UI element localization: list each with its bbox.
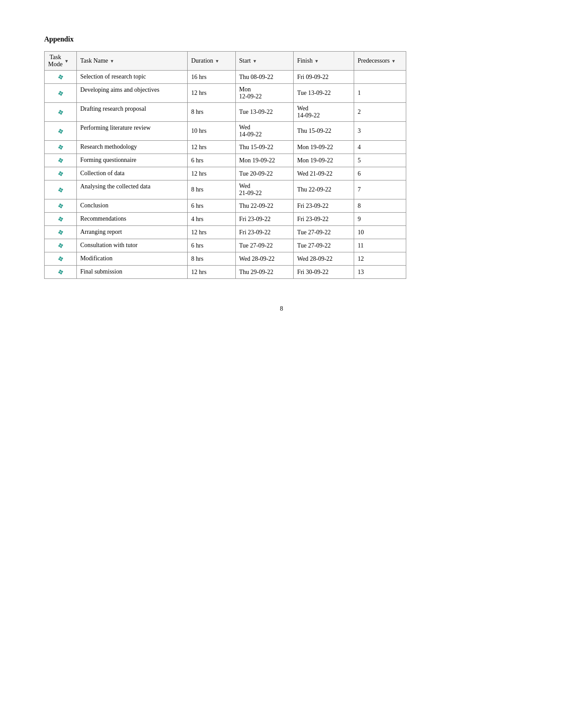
start-cell: Mon 19-09-22 (235, 154, 293, 167)
th-task-name-label: Task Name (80, 57, 108, 64)
sort-arrow-task-mode: ▼ (64, 59, 69, 64)
task-mode-icon-cell: ❖ (45, 213, 77, 226)
finish-cell: Fri 23-09-22 (293, 199, 354, 213)
finish-cell: Fri 30-09-22 (293, 266, 354, 279)
start-cell: Wed 28-09-22 (235, 252, 293, 266)
start-cell: Thu 15-09-22 (235, 141, 293, 154)
finish-cell: Tue 27-09-22 (293, 226, 354, 239)
task-mode-icon: ❖ (57, 267, 64, 277)
table-row: ❖Arranging report12 hrsFri 23-09-22Tue 2… (45, 226, 406, 239)
finish-cell: Wed 28-09-22 (293, 252, 354, 266)
start-cell: Fri 23-09-22 (235, 213, 293, 226)
duration-cell: 12 hrs (188, 141, 236, 154)
task-name-cell: Conclusion (76, 199, 187, 213)
predecessors-cell: 4 (354, 141, 406, 154)
predecessors-cell: 13 (354, 266, 406, 279)
task-mode-icon-cell: ❖ (45, 252, 77, 266)
appendix-title: Appendix (44, 35, 519, 43)
task-mode-icon: ❖ (57, 254, 64, 264)
task-mode-icon-cell: ❖ (45, 167, 77, 180)
th-duration[interactable]: Duration ▼ (188, 52, 236, 71)
task-mode-icon: ❖ (57, 143, 64, 152)
task-mode-icon: ❖ (57, 241, 64, 251)
duration-cell: 8 hrs (188, 103, 236, 122)
finish-cell: Thu 22-09-22 (293, 180, 354, 199)
task-name-cell: Research methodology (76, 141, 187, 154)
predecessors-cell: 5 (354, 154, 406, 167)
task-name-cell: Consultation with tutor (76, 239, 187, 252)
page-number: 8 (44, 305, 519, 312)
table-row: ❖Conclusion6 hrsThu 22-09-22Fri 23-09-22… (45, 199, 406, 213)
table-row: ❖Consultation with tutor6 hrsTue 27-09-2… (45, 239, 406, 252)
task-name-cell: Arranging report (76, 226, 187, 239)
table-row: ❖Performing literature review10 hrsWed 1… (45, 122, 406, 141)
finish-cell: Fri 09-09-22 (293, 71, 354, 84)
duration-cell: 12 hrs (188, 167, 236, 180)
task-name-cell: Performing literature review (76, 122, 187, 141)
task-name-cell: Final submission (76, 266, 187, 279)
th-task-mode[interactable]: TaskMode ▼ (45, 52, 77, 71)
start-cell: Tue 20-09-22 (235, 167, 293, 180)
table-row: ❖Modification8 hrsWed 28-09-22Wed 28-09-… (45, 252, 406, 266)
start-cell: Thu 08-09-22 (235, 71, 293, 84)
th-task-name[interactable]: Task Name ▼ (76, 52, 187, 71)
sort-arrow-duration: ▼ (215, 59, 219, 64)
duration-cell: 8 hrs (188, 180, 236, 199)
task-table: TaskMode ▼ Task Name ▼ Duration ▼ Start (44, 51, 406, 279)
table-row: ❖Forming questionnaire6 hrsMon 19-09-22M… (45, 154, 406, 167)
task-mode-icon-cell: ❖ (45, 239, 77, 252)
th-predecessors-label: Predecessors (358, 57, 389, 64)
task-name-cell: Collection of data (76, 167, 187, 180)
predecessors-cell: 6 (354, 167, 406, 180)
predecessors-cell: 10 (354, 226, 406, 239)
predecessors-cell (354, 71, 406, 84)
task-mode-icon: ❖ (57, 201, 64, 211)
finish-cell: Mon 19-09-22 (293, 154, 354, 167)
task-mode-icon-cell: ❖ (45, 226, 77, 239)
sort-arrow-finish: ▼ (314, 59, 319, 64)
task-mode-icon: ❖ (57, 88, 64, 98)
th-task-mode-label: TaskMode (48, 54, 63, 68)
task-name-cell: Modification (76, 252, 187, 266)
task-name-cell: Recommendations (76, 213, 187, 226)
predecessors-cell: 2 (354, 103, 406, 122)
th-finish[interactable]: Finish ▼ (293, 52, 354, 71)
finish-cell: Tue 13-09-22 (293, 84, 354, 103)
duration-cell: 12 hrs (188, 266, 236, 279)
duration-cell: 6 hrs (188, 154, 236, 167)
th-finish-label: Finish (297, 57, 313, 64)
task-mode-icon-cell: ❖ (45, 199, 77, 213)
start-cell: Thu 22-09-22 (235, 199, 293, 213)
duration-cell: 6 hrs (188, 239, 236, 252)
start-cell: Thu 29-09-22 (235, 266, 293, 279)
start-cell: Wed 21-09-22 (235, 180, 293, 199)
duration-cell: 8 hrs (188, 252, 236, 266)
sort-arrow-predecessors: ▼ (391, 59, 396, 64)
finish-cell: Mon 19-09-22 (293, 141, 354, 154)
duration-cell: 6 hrs (188, 199, 236, 213)
task-mode-icon: ❖ (57, 228, 64, 237)
finish-cell: Wed 21-09-22 (293, 167, 354, 180)
task-mode-icon: ❖ (57, 214, 64, 224)
table-row: ❖Developing aims and objectives12 hrsMon… (45, 84, 406, 103)
predecessors-cell: 8 (354, 199, 406, 213)
task-name-cell: Drafting research proposal (76, 103, 187, 122)
task-mode-icon-cell: ❖ (45, 103, 77, 122)
finish-cell: Fri 23-09-22 (293, 213, 354, 226)
th-predecessors[interactable]: Predecessors ▼ (354, 52, 406, 71)
predecessors-cell: 1 (354, 84, 406, 103)
table-row: ❖Final submission12 hrsThu 29-09-22Fri 3… (45, 266, 406, 279)
table-row: ❖Drafting research proposal8 hrsTue 13-0… (45, 103, 406, 122)
task-mode-icon-cell: ❖ (45, 180, 77, 199)
table-row: ❖Recommendations4 hrsFri 23-09-22Fri 23-… (45, 213, 406, 226)
finish-cell: Wed 14-09-22 (293, 103, 354, 122)
duration-cell: 16 hrs (188, 71, 236, 84)
task-mode-icon-cell: ❖ (45, 71, 77, 84)
predecessors-cell: 3 (354, 122, 406, 141)
table-row: ❖Research methodology12 hrsThu 15-09-22M… (45, 141, 406, 154)
sort-arrow-task-name: ▼ (110, 59, 114, 64)
task-name-cell: Selection of research topic (76, 71, 187, 84)
task-mode-icon-cell: ❖ (45, 141, 77, 154)
duration-cell: 4 hrs (188, 213, 236, 226)
th-start[interactable]: Start ▼ (235, 52, 293, 71)
